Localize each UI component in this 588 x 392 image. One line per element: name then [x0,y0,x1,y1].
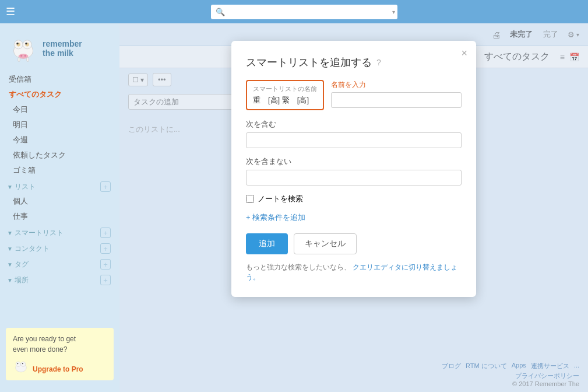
modal-contains-field: 次を含む [246,119,462,148]
smartlist-name-box-value: 重 [高] 緊 [高] [253,95,317,106]
svg-point-6 [25,43,27,44]
svg-rect-11 [27,58,29,62]
hamburger-icon[interactable]: ☰ [6,5,20,18]
svg-point-16 [22,363,23,364]
sidebar-item-all-tasks[interactable]: すべてのタスク [0,87,119,102]
modal-contains-input[interactable] [246,132,462,148]
sidebar-item-work[interactable]: 仕事 [0,209,119,224]
tags-collapse-arrow[interactable]: ▼ [7,261,13,268]
promo-text-line2: even more done? [13,344,107,355]
svg-point-14 [21,362,26,366]
smartlists-add-button[interactable]: + [100,228,111,238]
modal-not-contains-label: 次を含まない [246,156,462,167]
promo-text-line1: Are you ready to get [13,334,107,344]
name-input-label: 名前を入力 [331,80,462,90]
logo-text: remember the milk [43,39,82,58]
places-collapse-arrow[interactable]: ▼ [7,277,13,284]
modal-add-button[interactable]: 追加 [246,233,288,254]
search-container: 🔍 ▾ [211,5,397,19]
sidebar-item-trash[interactable]: ゴミ箱 [0,163,119,178]
svg-point-8 [20,55,22,57]
promo-box: Are you ready to get even more done? Upg… [6,328,114,380]
logo-cow-icon [9,34,38,63]
modal: × スマートリストを追加する ? スマートリストの名前 重 [高] 緊 [高] … [231,41,476,297]
search-dropdown-arrow[interactable]: ▾ [392,9,395,15]
sidebar-item-personal[interactable]: 個人 [0,194,119,209]
smartlist-name-box: スマートリストの名前 重 [高] 緊 [高] [246,80,324,110]
tags-section-header: ▼ タグ + [0,256,119,271]
sidebar-item-this-week[interactable]: 今週 [0,132,119,148]
lists-section-header: ▼ リスト + [0,178,119,194]
content-area: 🖨 未完了 完了 ⚙ ▾ すべてのタスク ≡ 📅 ☐ ▾ [119,23,588,392]
svg-point-9 [24,55,26,57]
search-input[interactable] [211,5,397,19]
modal-add-criteria-link[interactable]: + 検索条件を追加 [246,212,305,223]
svg-point-15 [17,363,18,364]
modal-name-row: スマートリストの名前 重 [高] 緊 [高] 名前を入力 [246,80,462,110]
sidebar-item-today[interactable]: 今日 [0,102,119,117]
modal-overlay: × スマートリストを追加する ? スマートリストの名前 重 [高] 緊 [高] … [119,23,588,392]
modal-close-button[interactable]: × [461,48,467,58]
svg-point-5 [16,43,18,44]
modal-help-icon[interactable]: ? [376,58,381,67]
svg-point-13 [16,362,20,366]
modal-notes-checkbox[interactable] [246,195,254,203]
modal-notes-checkbox-row: ノートを検索 [246,194,462,204]
svg-rect-10 [18,58,20,62]
sidebar-item-inbox[interactable]: 受信箱 [0,72,119,87]
modal-footer-text: もっと強力な検索をしたいなら、 クエリエディタに切り替えましょう。 [246,262,462,282]
modal-not-contains-input[interactable] [246,170,462,186]
modal-not-contains-field: 次を含まない [246,156,462,186]
modal-title: スマートリストを追加する ? [246,55,462,69]
logo-area: remember the milk [0,29,119,72]
sidebar-item-tomorrow[interactable]: 明日 [0,117,119,132]
promo-cow-icon [13,358,29,374]
name-input-col: 名前を入力 [331,80,462,108]
smartlists-collapse-arrow[interactable]: ▼ [7,230,13,236]
tags-add-button[interactable]: + [100,259,111,270]
modal-contains-label: 次を含む [246,119,462,130]
top-bar: ☰ 🔍 ▾ [0,0,588,23]
smartlist-name-input[interactable] [331,92,462,108]
contacts-add-button[interactable]: + [100,243,111,254]
sidebar: remember the milk 受信箱 すべてのタスク 今日 明日 今週 依… [0,23,119,392]
modal-buttons: 追加 キャンセル [246,233,462,254]
places-section-header: ▼ 場所 + [0,271,119,287]
modal-notes-label: ノートを検索 [258,194,303,204]
contacts-collapse-arrow[interactable]: ▼ [7,246,13,252]
smartlists-section-header: ▼ スマートリスト + [0,224,119,240]
lists-add-button[interactable]: + [100,181,111,192]
contacts-section-header: ▼ コンタクト + [0,240,119,256]
smartlist-name-box-label: スマートリストの名前 [253,85,317,93]
modal-cancel-button[interactable]: キャンセル [294,233,357,254]
sidebar-item-delegated[interactable]: 依頼したタスク [0,148,119,163]
lists-collapse-arrow[interactable]: ▼ [7,184,13,190]
upgrade-link[interactable]: Upgrade to Pro [33,364,83,374]
search-icon: 🔍 [216,8,225,16]
places-add-button[interactable]: + [100,275,111,285]
